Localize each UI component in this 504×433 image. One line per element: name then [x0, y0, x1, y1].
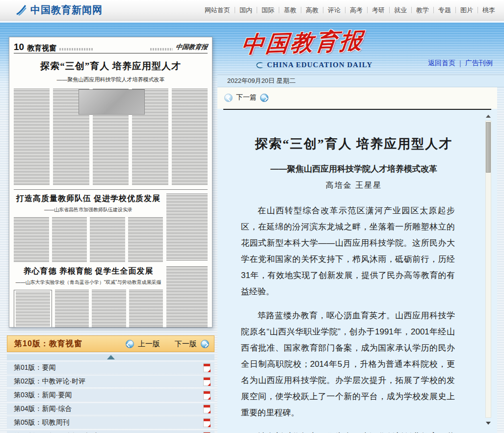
- date-bar: 2022年09月20日 星期二: [217, 75, 504, 87]
- scrollbar-track[interactable]: [485, 121, 491, 418]
- edition-row-01[interactable]: 第01版：要闻: [7, 362, 214, 374]
- edition-row-05[interactable]: 第05版：职教周刊: [7, 417, 214, 429]
- scan-text-column: [172, 89, 208, 185]
- scan-subtitle-1: ——聚焦山西应用科技学院人才培养模式改革: [14, 76, 208, 83]
- next-edition-icon[interactable]: [201, 340, 209, 348]
- article-paragraphs: 在山西转型综合改革示范区潇河产业园区太原起步区，在延绵的汾河滨东龙城之畔，坐落着…: [241, 203, 455, 433]
- article-subtitle: ——聚焦山西应用科技学院人才培养模式改革: [217, 163, 490, 175]
- leaf-icon: [254, 61, 264, 69]
- nav-item-teaching[interactable]: 教学: [416, 6, 429, 15]
- scan-section-name: 教育视窗: [27, 44, 56, 51]
- scan-page-header: 10 教育视窗 中国教育报: [14, 42, 208, 51]
- pdf-icon[interactable]: [203, 391, 211, 400]
- edition-bar: 第10版：教育视窗 上一版 下一版: [7, 335, 214, 352]
- nav-item-higher-edu[interactable]: 高教: [306, 6, 318, 15]
- nav-separator: [279, 7, 279, 13]
- scan-divider: [14, 189, 208, 190]
- scan-text-column: [14, 89, 50, 185]
- scan-text-column: [166, 266, 208, 328]
- nav-separator: [433, 7, 434, 13]
- edition-row-label: 第02版：中教评论·时评: [14, 377, 85, 386]
- scan-article-3: 养心育德 养根育能 促学生全面发展 ——山东大学实验学校（青岛蓝谷小学）“双减”…: [14, 266, 208, 328]
- article-nav-strip: 下一篇: [217, 87, 497, 109]
- back-home-link[interactable]: 返回首页: [428, 59, 455, 68]
- scan-header-rule: [14, 53, 208, 53]
- scan-article-2: 打造高质量教师队伍 促进学校优质发展 ——山东省昌邑市加强教师队伍建设实录: [14, 194, 208, 262]
- nav-separator: [257, 7, 257, 13]
- next-edition-button[interactable]: 下一版: [175, 339, 197, 349]
- scan-boxed-text: [14, 290, 52, 328]
- scrollbar-up-arrow[interactable]: [486, 115, 491, 118]
- nav-item-basic-edu[interactable]: 基教: [284, 6, 296, 15]
- ad-rates-link[interactable]: 广告刊例: [465, 59, 493, 68]
- nav-item-taoli[interactable]: 桃李: [482, 6, 495, 15]
- article-paragraph: 在山西转型综合改革示范区潇河产业园区太原起步区，在延绵的汾河滨东龙城之畔，坐落着…: [241, 203, 455, 300]
- pdf-icon[interactable]: [203, 377, 211, 386]
- edition-row-02[interactable]: 第02版：中教评论·时评: [7, 376, 214, 387]
- article-scrollbar[interactable]: [485, 115, 492, 425]
- scan-subtitle-3: ——山东大学实验学校（青岛蓝谷小学）“双减”与劳动教育成果采撷: [14, 279, 163, 286]
- nav-item-domestic[interactable]: 国内: [239, 6, 252, 15]
- nav-item-kaoyan[interactable]: 考研: [372, 6, 385, 15]
- collapse-list-control[interactable]: [7, 354, 214, 360]
- edition-row-label: 第01版：要闻: [14, 363, 56, 372]
- nav-item-home[interactable]: 网站首页: [205, 6, 230, 15]
- nav-separator: [301, 7, 301, 13]
- scrollbar-thumb[interactable]: [486, 122, 491, 173]
- scan-article-1-columns: [14, 89, 208, 185]
- article-body: 探索“三创”育人 培养应用型人才 ——聚焦山西应用科技学院人才培养模式改革 高培…: [217, 110, 490, 433]
- scan-masthead-small: 中国教育报: [175, 43, 209, 51]
- paper-masthead[interactable]: 中国教育报 CHINA EDUCATION DAILY: [241, 27, 372, 69]
- edition-row-label: 第04版：新闻·综合: [14, 405, 72, 413]
- scan-text-column: [166, 194, 208, 261]
- scan-text-column: [128, 217, 163, 262]
- site-logo-icon: [15, 4, 27, 16]
- article-authors: 高培金 王星星: [217, 180, 490, 191]
- nav-separator: [477, 7, 478, 13]
- scan-headline-1: 探索“三创”育人 培养应用型人才: [14, 60, 208, 73]
- nav-separator: [345, 7, 345, 13]
- article-paragraph: 筚路蓝缕办教育，呕心沥血育英才。山西应用科技学院原名“山西兴华职业学院”，创办于…: [241, 307, 455, 421]
- edition-row-03[interactable]: 第03版：新闻·要闻: [7, 389, 214, 401]
- pdf-icon[interactable]: [203, 363, 211, 372]
- nav-item-gaokao[interactable]: 高考: [350, 6, 363, 15]
- article-paragraph: 站在新时代起点，作为山西省深化创新创业教育改革示范高校之一，如何培养应用型人才？…: [241, 429, 455, 433]
- nav-item-comment[interactable]: 评论: [328, 6, 341, 15]
- article-title: 探索“三创”育人 培养应用型人才: [217, 135, 490, 153]
- pdf-icon[interactable]: [203, 405, 211, 413]
- next-article-icon[interactable]: [260, 94, 268, 102]
- next-article-link[interactable]: 下一篇: [236, 93, 257, 102]
- nav-separator: [455, 7, 456, 13]
- edition-row-06[interactable]: 第06版：职教周刊·教改探索: [7, 431, 214, 433]
- edition-list: 第01版：要闻 第02版：中教评论·时评 第03版：新闻·要闻 第04版：新闻·…: [7, 362, 214, 433]
- nav-item-jobs[interactable]: 就业: [394, 6, 407, 15]
- prev-edition-icon[interactable]: [126, 340, 134, 348]
- site-logo[interactable]: 中国教育新闻网: [15, 3, 103, 17]
- site-logo-text: 中国教育新闻网: [30, 3, 103, 17]
- scan-editor-info-strip: [59, 48, 94, 51]
- nav-item-pictures[interactable]: 图片: [460, 6, 473, 15]
- edition-row-04[interactable]: 第04版：新闻·综合: [7, 403, 214, 415]
- nav-separator: [389, 7, 390, 13]
- date-text: 2022年09月20日 星期二: [227, 76, 295, 85]
- top-nav-menu: 网站首页 国内 国际 基教 高教 评论 高考 考研 就业 教学 专题 图片 桃李: [205, 6, 495, 15]
- newspaper-page-scan[interactable]: 10 教育视窗 中国教育报 探索“三创”育人 培养应用型人才 ——聚焦山西应用科…: [9, 37, 212, 328]
- article-panel: 下一篇 探索“三创”育人 培养应用型人才 ——聚焦山西应用科技学院人才培养模式改…: [217, 87, 497, 433]
- pdf-icon[interactable]: [203, 418, 211, 427]
- nav-separator: [235, 7, 235, 13]
- prev-edition-button[interactable]: 上一版: [138, 339, 160, 349]
- edition-row-label: 第03版：新闻·要闻: [14, 391, 72, 400]
- scan-text-column: [14, 217, 49, 262]
- scan-text-column: [92, 290, 126, 328]
- scan-text-column: [129, 290, 163, 328]
- top-nav-bar: 中国教育新闻网 网站首页 国内 国际 基教 高教 评论 高考 考研 就业 教学 …: [0, 0, 504, 21]
- nav-separator: [367, 7, 368, 13]
- prev-article-icon[interactable]: [224, 94, 233, 102]
- nav-item-international[interactable]: 国际: [262, 6, 274, 15]
- scan-photo: [79, 89, 144, 115]
- link-separator: |: [459, 59, 461, 67]
- scrollbar-down-arrow[interactable]: [486, 422, 491, 425]
- nav-separator: [323, 7, 323, 13]
- nav-separator: [411, 7, 412, 13]
- nav-item-special[interactable]: 专题: [438, 6, 451, 15]
